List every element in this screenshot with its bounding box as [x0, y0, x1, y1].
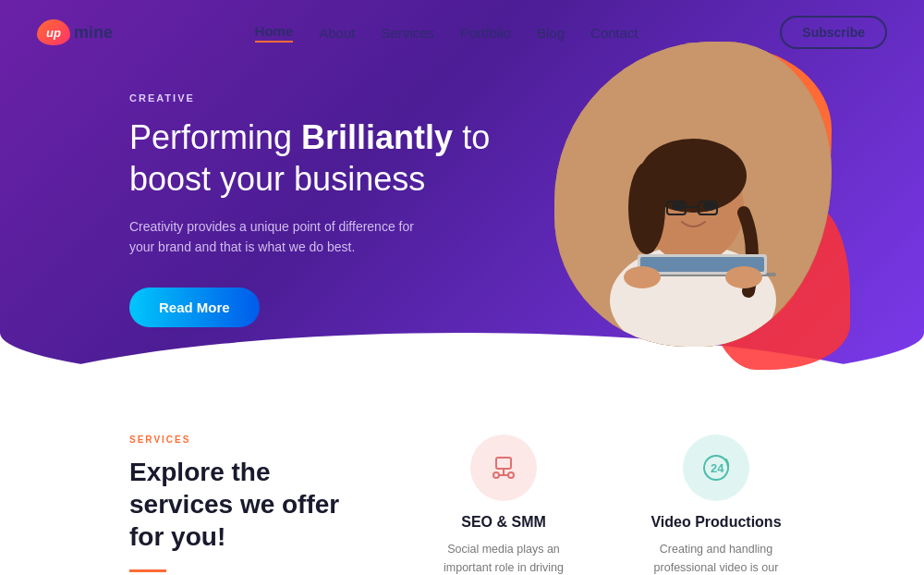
- nav-about[interactable]: About: [319, 25, 355, 41]
- logo-name: mine: [74, 23, 113, 43]
- service-video-desc: Creating and handling professional video…: [647, 540, 785, 575]
- seo-svg-icon: [486, 450, 521, 485]
- subscribe-button[interactable]: Subscribe: [780, 16, 887, 49]
- hero-photo: [554, 42, 832, 347]
- service-card-video: 24 Video Productions Creating and handli…: [638, 434, 795, 575]
- hero-title: Performing Brilliantly toboost your busi…: [129, 116, 490, 200]
- hero-subtitle: Creativity provides a unique point of di…: [129, 216, 416, 258]
- service-card-seo: SEO & SMM Social media plays an importan…: [425, 434, 582, 575]
- service-icon-video: 24: [683, 434, 749, 501]
- header: up mine Home About Services Portfolio Bl…: [0, 0, 924, 65]
- nav-blog[interactable]: Blog: [537, 25, 565, 41]
- logo-up-text: up: [46, 26, 61, 40]
- svg-point-5: [628, 162, 665, 254]
- service-video-title: Video Productions: [650, 514, 781, 531]
- svg-point-6: [672, 202, 685, 211]
- service-seo-title: SEO & SMM: [461, 514, 546, 531]
- video-svg-icon: 24: [699, 450, 734, 485]
- nav-home[interactable]: Home: [255, 23, 294, 43]
- hero-content: CREATIVE Performing Brilliantly toboost …: [129, 92, 490, 327]
- service-seo-desc: Social media plays an important role in …: [434, 540, 573, 575]
- read-more-button[interactable]: Read More: [129, 288, 260, 327]
- hero-title-start: Performing: [129, 118, 301, 156]
- hero-tag: CREATIVE: [129, 92, 490, 104]
- svg-rect-16: [496, 458, 511, 469]
- services-title: Explore the services we offer for you!: [129, 456, 370, 553]
- svg-point-14: [624, 266, 661, 288]
- services-tag: SERVICES: [129, 434, 370, 445]
- svg-point-7: [703, 202, 716, 211]
- svg-point-19: [508, 472, 514, 478]
- services-section: SERVICES Explore the services we offer f…: [0, 407, 924, 575]
- main-nav: Home About Services Portfolio Blog Conta…: [255, 23, 638, 43]
- nav-right: Subscribe: [780, 16, 887, 49]
- service-icon-seo: [470, 434, 537, 501]
- svg-text:24: 24: [711, 461, 724, 475]
- hero-title-bold: Brilliantly: [301, 118, 453, 156]
- nav-contact[interactable]: Contact: [590, 25, 638, 41]
- services-left: SERVICES Explore the services we offer f…: [129, 434, 370, 575]
- nav-portfolio[interactable]: Portfolio: [460, 25, 511, 41]
- logo: up mine: [37, 19, 113, 45]
- hero-image-area: [517, 28, 869, 379]
- svg-point-15: [725, 266, 762, 288]
- hero-image: [554, 42, 832, 347]
- services-divider: [129, 569, 166, 572]
- logo-icon: up: [37, 19, 70, 45]
- svg-point-18: [493, 472, 499, 478]
- nav-services[interactable]: Services: [381, 25, 434, 41]
